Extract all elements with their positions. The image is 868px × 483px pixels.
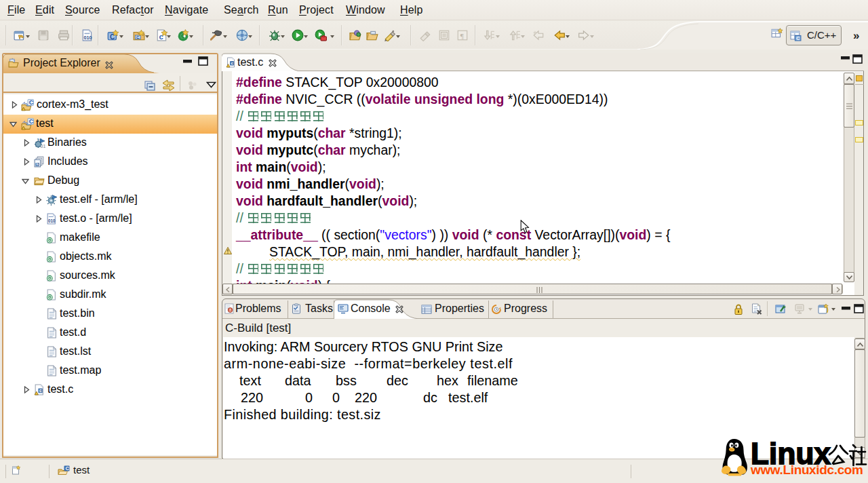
svg-text:01: 01 [41,144,45,149]
svg-text:c: c [39,388,42,393]
svg-text:h: h [37,162,39,166]
svg-text:C: C [29,99,34,106]
svg-text:¶: ¶ [460,32,464,40]
svg-text:C: C [136,35,140,39]
svg-text:010: 010 [83,35,92,41]
svg-text:www.Linuxidc.com: www.Linuxidc.com [750,463,863,477]
svg-text:C: C [29,118,34,125]
svg-text:010: 010 [48,218,56,223]
svg-text:C: C [65,465,69,471]
svg-text:C: C [796,36,800,41]
